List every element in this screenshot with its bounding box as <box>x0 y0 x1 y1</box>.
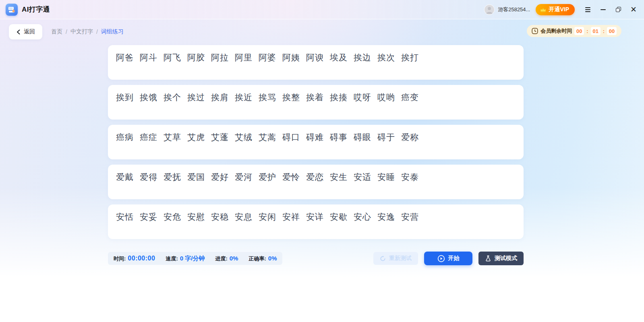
stat-time: 时间: 00:00:00 <box>114 255 155 262</box>
open-vip-button[interactable]: 开通VIP <box>536 4 575 15</box>
practice-word: 挨肩 <box>211 92 229 103</box>
practice-word: 阿斗 <box>140 52 157 63</box>
progress-value: 0% <box>230 255 238 262</box>
member-hours: 00 <box>574 27 584 35</box>
practice-word: 阿里 <box>235 52 253 63</box>
practice-word: 艾绒 <box>235 132 253 143</box>
chevron-left-icon <box>16 29 21 35</box>
breadcrumb-separator: / <box>96 29 98 35</box>
practice-word: 阿谀 <box>306 52 324 63</box>
breadcrumb-home[interactable]: 首页 <box>51 28 62 35</box>
practice-word: 癌症 <box>140 132 157 143</box>
clock-icon <box>532 28 538 34</box>
practice-word: 哎哟 <box>377 92 395 103</box>
practice-word: 挨着 <box>306 92 324 103</box>
practice-word: 爱抚 <box>164 171 181 183</box>
test-mode-label: 测试模式 <box>495 255 517 262</box>
titlebar: AI打字通 游客258254... 开通VIP <box>0 0 644 19</box>
practice-word: 安泰 <box>401 171 419 183</box>
time-label: 时间: <box>114 255 126 262</box>
practice-word: 挨饿 <box>140 92 157 103</box>
speed-value: 0 字/分钟 <box>180 255 205 262</box>
word-cards: 阿爸阿斗阿飞阿胶阿拉阿里阿婆阿姨阿谀埃及挨边挨次挨打挨到挨饿挨个挨过挨肩挨近挨骂… <box>108 45 524 244</box>
stats-bar: 时间: 00:00:00 速度: 0 字/分钟 进度: 0% 正确率: 0% <box>108 252 282 265</box>
time-separator: : <box>603 28 605 34</box>
practice-word: 安营 <box>401 211 419 223</box>
restore-icon[interactable] <box>615 6 621 13</box>
stat-speed: 速度: 0 字/分钟 <box>166 255 205 262</box>
practice-word: 安危 <box>164 211 181 223</box>
practice-word: 艾虎 <box>187 132 205 143</box>
practice-word: 安祥 <box>282 211 300 223</box>
speed-label: 速度: <box>166 255 178 262</box>
test-mode-button[interactable]: 测试模式 <box>478 252 524 265</box>
practice-word: 挨揍 <box>330 92 348 103</box>
practice-word: 爱好 <box>211 171 229 183</box>
practice-word: 安睡 <box>377 171 395 183</box>
practice-word: 爱恋 <box>306 171 324 183</box>
practice-word: 挨到 <box>116 92 134 103</box>
practice-word: 挨打 <box>401 52 419 63</box>
member-time-label: 会员剩余时间 <box>540 27 572 35</box>
practice-word: 安详 <box>306 211 324 223</box>
practice-word: 挨骂 <box>259 92 276 103</box>
practice-word: 挨过 <box>187 92 205 103</box>
practice-word: 安妥 <box>140 211 157 223</box>
flask-icon <box>485 255 491 262</box>
breadcrumb-chinese-typing[interactable]: 中文打字 <box>70 28 93 35</box>
practice-word: 安恬 <box>116 211 134 223</box>
practice-word: 癌病 <box>116 132 134 143</box>
practice-word: 安生 <box>330 171 348 183</box>
start-button[interactable]: 开始 <box>424 252 472 265</box>
user-avatar[interactable] <box>484 4 495 15</box>
word-card: 阿爸阿斗阿飞阿胶阿拉阿里阿婆阿姨阿谀埃及挨边挨次挨打 <box>108 45 524 80</box>
word-card: 爱戴爱得爱抚爱国爱好爱河爱护爱怜爱恋安生安适安睡安泰 <box>108 165 524 199</box>
back-button[interactable]: 返回 <box>9 24 42 39</box>
practice-word: 爱称 <box>401 132 419 143</box>
practice-word: 安逸 <box>377 211 395 223</box>
username[interactable]: 游客258254... <box>498 6 530 13</box>
nav-row: 返回 首页 / 中文打字 / 词组练习 会员剩余时间 00 : 01 : 00 <box>0 24 644 39</box>
practice-word: 安息 <box>235 211 253 223</box>
accuracy-label: 正确率: <box>248 255 266 262</box>
practice-word: 碍口 <box>282 132 300 143</box>
practice-word: 挨近 <box>235 92 253 103</box>
member-minutes: 01 <box>591 27 601 35</box>
practice-word: 爱河 <box>235 171 253 183</box>
practice-word: 挨整 <box>282 92 300 103</box>
time-separator: : <box>586 28 588 34</box>
practice-word: 安心 <box>354 211 371 223</box>
progress-label: 进度: <box>215 255 227 262</box>
retry-test-button[interactable]: 重新测试 <box>373 252 418 265</box>
practice-word: 阿拉 <box>211 52 229 63</box>
practice-word: 埃及 <box>330 52 348 63</box>
action-buttons: 重新测试 开始 测试模式 <box>373 252 524 265</box>
play-icon <box>437 255 445 262</box>
practice-word: 碍于 <box>377 132 395 143</box>
minimize-icon[interactable] <box>600 6 606 13</box>
practice-word: 爱国 <box>187 171 205 183</box>
close-icon[interactable]: ✕ <box>630 6 637 13</box>
practice-word: 艾草 <box>164 132 181 143</box>
time-value: 00:00:00 <box>128 255 155 262</box>
practice-word: 爱护 <box>259 171 276 183</box>
practice-word: 爱怜 <box>282 171 300 183</box>
practice-word: 安歇 <box>330 211 348 223</box>
app-title: AI打字通 <box>22 5 50 14</box>
practice-word: 阿婆 <box>259 52 276 63</box>
practice-word: 癌变 <box>401 92 419 103</box>
practice-word: 爱得 <box>140 171 157 183</box>
stat-progress: 进度: 0% <box>215 255 238 262</box>
word-card: 安恬安妥安危安慰安稳安息安闲安祥安详安歇安心安逸安营 <box>108 204 524 239</box>
practice-word: 艾蒿 <box>259 132 276 143</box>
breadcrumb-phrase-practice: 词组练习 <box>101 28 124 35</box>
start-label: 开始 <box>448 255 460 262</box>
vip-button-label: 开通VIP <box>549 6 569 13</box>
practice-word: 挨次 <box>377 52 395 63</box>
accuracy-value: 0% <box>268 255 277 262</box>
menu-icon[interactable] <box>584 6 591 13</box>
breadcrumb-separator: / <box>66 29 67 35</box>
bottom-row: 时间: 00:00:00 速度: 0 字/分钟 进度: 0% 正确率: 0% 重… <box>108 252 524 265</box>
practice-word: 阿飞 <box>164 52 181 63</box>
word-card: 癌病癌症艾草艾虎艾蓬艾绒艾蒿碍口碍难碍事碍眼碍于爱称 <box>108 125 524 159</box>
